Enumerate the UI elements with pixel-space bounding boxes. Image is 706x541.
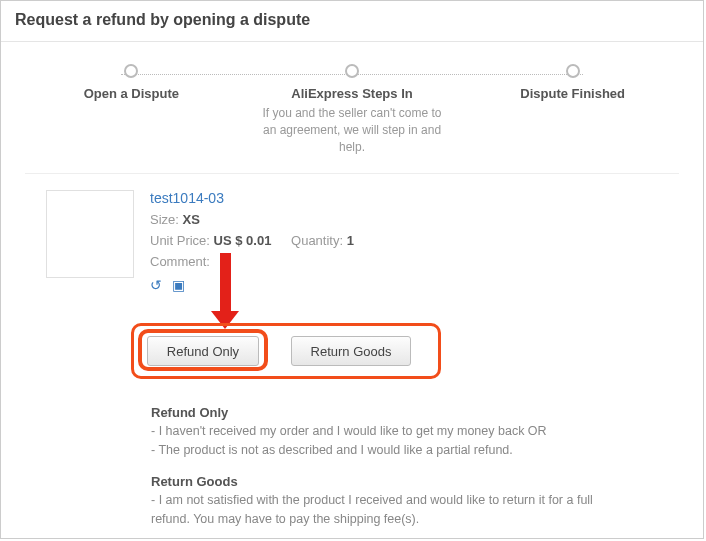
desc-title: Return Goods xyxy=(151,474,633,489)
product-info: test1014-03 Size: XS Unit Price: US $ 0.… xyxy=(150,190,679,293)
action-buttons-area: Refund Only Return Goods xyxy=(131,301,703,391)
step-sublabel: If you and the seller can't come to an a… xyxy=(242,105,463,155)
product-name-link[interactable]: test1014-03 xyxy=(150,190,679,206)
unit-price-value: US $ 0.01 xyxy=(214,233,272,248)
panel-title: Request a refund by opening a dispute xyxy=(15,11,689,29)
step-circle-icon xyxy=(566,64,580,78)
refund-only-button[interactable]: Refund Only xyxy=(147,336,259,366)
step-label: Open a Dispute xyxy=(21,86,242,101)
unit-price-label: Unit Price: xyxy=(150,233,210,248)
product-thumbnail xyxy=(46,190,134,278)
step-dispute-finished: Dispute Finished xyxy=(462,64,683,155)
product-icons: ↺ ▣ xyxy=(150,277,679,293)
progress-steps: Open a Dispute AliExpress Steps In If yo… xyxy=(1,42,703,155)
step-circle-icon xyxy=(345,64,359,78)
options-description: Refund Only - I haven't received my orde… xyxy=(151,405,633,528)
desc-line: - The product is not as described and I … xyxy=(151,441,633,460)
desc-line: - I haven't received my order and I woul… xyxy=(151,422,633,441)
return-goods-button[interactable]: Return Goods xyxy=(291,336,411,366)
camera-icon[interactable]: ▣ xyxy=(172,277,185,293)
dispute-panel: Request a refund by opening a dispute Op… xyxy=(0,0,704,539)
panel-header: Request a refund by opening a dispute xyxy=(1,1,703,42)
desc-line: - I am not satisfied with the product I … xyxy=(151,491,633,529)
size-label: Size: xyxy=(150,212,179,227)
quantity-value: 1 xyxy=(347,233,354,248)
size-value: XS xyxy=(183,212,200,227)
refresh-icon[interactable]: ↺ xyxy=(150,277,162,293)
step-aliexpress-steps-in: AliExpress Steps In If you and the selle… xyxy=(242,64,463,155)
step-open-dispute: Open a Dispute xyxy=(21,64,242,155)
refund-only-description: Refund Only - I haven't received my orde… xyxy=(151,405,633,460)
step-label: Dispute Finished xyxy=(462,86,683,101)
product-row: test1014-03 Size: XS Unit Price: US $ 0.… xyxy=(1,174,703,293)
step-circle-icon xyxy=(124,64,138,78)
step-label: AliExpress Steps In xyxy=(242,86,463,101)
return-goods-description: Return Goods - I am not satisfied with t… xyxy=(151,474,633,529)
quantity-label: Quantity: xyxy=(291,233,343,248)
desc-title: Refund Only xyxy=(151,405,633,420)
comment-label: Comment: xyxy=(150,254,210,269)
